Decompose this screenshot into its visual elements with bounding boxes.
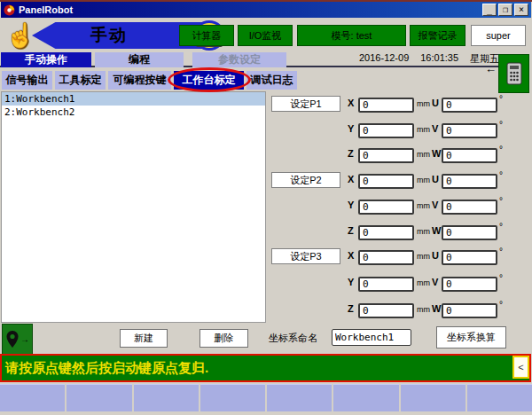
new-button[interactable]: 新建 <box>120 329 168 348</box>
window-title: PanelRobot <box>19 4 73 15</box>
workbench-list[interactable]: 1:Workbench1 2:Workbench2 <box>1 91 266 323</box>
coord-name-label: 坐标系命名 <box>269 332 317 345</box>
coordinate-input[interactable] <box>358 250 414 265</box>
coord-row: X mm U ° <box>266 172 532 188</box>
alarm-log-button[interactable]: 报警记录 <box>410 25 466 46</box>
axis-label: Y <box>348 123 354 134</box>
coordinate-input[interactable] <box>442 148 497 163</box>
coordinate-input[interactable] <box>358 303 414 318</box>
coordinate-input[interactable] <box>442 123 497 138</box>
axis-label: U <box>432 174 439 184</box>
axis-label: W <box>432 148 441 159</box>
degree-label: ° <box>499 273 503 283</box>
delete-button[interactable]: 删除 <box>200 329 248 348</box>
tab-programming[interactable]: 编程 <box>95 52 184 67</box>
axis-label: Y <box>348 200 354 210</box>
axis-label: U <box>432 250 439 261</box>
degree-label: ° <box>499 170 503 180</box>
coordinate-input[interactable] <box>358 98 414 113</box>
coord-row: Z mm W ° <box>266 301 532 317</box>
unit-label: mm <box>417 150 430 159</box>
tab-parameter-setting[interactable]: 参数设定 <box>192 52 286 67</box>
function-key-button[interactable] <box>333 384 398 411</box>
coord-row: X mm U ° <box>266 96 532 112</box>
coord-row: Z mm W ° <box>266 146 532 162</box>
subtab-debug-log[interactable]: 调试日志 <box>246 71 297 90</box>
close-button[interactable]: × <box>514 4 528 16</box>
coordinate-input[interactable] <box>358 200 414 215</box>
coordinate-input[interactable] <box>442 98 497 113</box>
degree-label: ° <box>499 247 503 256</box>
app-logo-icon <box>4 4 15 16</box>
axis-label: X <box>348 98 354 108</box>
coordinate-input[interactable] <box>358 225 414 240</box>
tab-manual-operation[interactable]: 手动操作 <box>1 52 91 67</box>
io-monitor-button[interactable]: I/O监视 <box>238 25 293 46</box>
degree-label: ° <box>499 196 503 206</box>
coord-name-input[interactable] <box>332 329 411 346</box>
axis-label: Z <box>348 225 354 236</box>
unit-label: mm <box>417 252 430 261</box>
unit-label: mm <box>417 201 430 210</box>
coordinate-input[interactable] <box>442 303 497 318</box>
axis-label: X <box>348 250 354 261</box>
arrow-right-icon: → <box>20 334 29 344</box>
coordinate-input[interactable] <box>442 200 497 215</box>
axis-label: V <box>432 123 438 134</box>
coord-convert-button[interactable]: 坐标系换算 <box>436 326 506 348</box>
unit-label: mm <box>417 125 430 134</box>
subtab-programmable-keys[interactable]: 可编程按键 <box>108 71 171 90</box>
list-item[interactable]: 2:Workbench2 <box>2 106 265 119</box>
keypad-toggle-button[interactable] <box>498 54 529 93</box>
function-key-button[interactable] <box>267 384 332 411</box>
axis-label: Y <box>348 277 354 287</box>
coord-row: Y mm V ° <box>266 275 532 291</box>
coord-row: Y mm V ° <box>266 121 532 137</box>
user-level-button[interactable]: super <box>471 25 526 46</box>
coordinate-input[interactable] <box>442 277 497 292</box>
function-key-button[interactable] <box>66 384 131 411</box>
subtab-tool-calibration[interactable]: 工具标定 <box>55 71 106 90</box>
function-key-button[interactable] <box>401 384 466 411</box>
axis-label: Z <box>348 303 354 314</box>
message-text: 请按原点键然后按启动键原点复归. <box>2 360 208 377</box>
coordinate-input[interactable] <box>358 174 414 189</box>
coordinate-input[interactable] <box>358 277 414 292</box>
model-number-button[interactable]: 模号: test <box>297 25 406 46</box>
mode-label: 手动 <box>90 24 128 47</box>
degree-label: ° <box>499 222 503 231</box>
axis-label: X <box>348 174 354 184</box>
subtab-workbench-calibration[interactable]: 工作台标定 <box>174 71 244 90</box>
unit-label: mm <box>417 227 430 236</box>
function-key-button[interactable] <box>134 384 199 411</box>
title-bar: PanelRobot _ ❐ × <box>1 2 531 18</box>
calculator-button[interactable]: 计算器 <box>179 25 234 46</box>
message-bar: 请按原点键然后按启动键原点复归. <box>0 354 531 382</box>
hand-pointer-icon: ☝ <box>5 21 35 50</box>
list-item[interactable]: 1:Workbench1 <box>2 92 265 106</box>
function-key-button[interactable] <box>467 384 532 411</box>
coordinate-input[interactable] <box>358 123 414 138</box>
axis-label: V <box>432 277 438 287</box>
subtab-signal-output[interactable]: 信号输出 <box>2 71 52 90</box>
coord-row: Y mm V ° <box>266 198 532 214</box>
coordinate-input[interactable] <box>442 250 497 265</box>
function-key-button[interactable] <box>200 384 265 411</box>
collapse-button[interactable]: < <box>512 356 529 379</box>
locate-origin-button[interactable]: → <box>2 324 33 355</box>
degree-label: ° <box>499 120 503 129</box>
maximize-button[interactable]: ❐ <box>498 4 512 16</box>
map-pin-icon <box>5 330 20 349</box>
unit-label: mm <box>417 99 430 108</box>
minimize-button[interactable]: _ <box>482 4 497 16</box>
axis-label: U <box>432 98 439 108</box>
axis-label: V <box>432 200 438 210</box>
function-key-button[interactable] <box>0 384 65 411</box>
unit-label: mm <box>417 176 430 184</box>
coordinate-input[interactable] <box>358 148 414 163</box>
coordinate-input[interactable] <box>442 225 497 240</box>
unit-label: mm <box>417 278 430 287</box>
degree-label: ° <box>499 94 503 104</box>
coordinate-input[interactable] <box>442 174 497 189</box>
coord-row: X mm U ° <box>266 248 532 264</box>
